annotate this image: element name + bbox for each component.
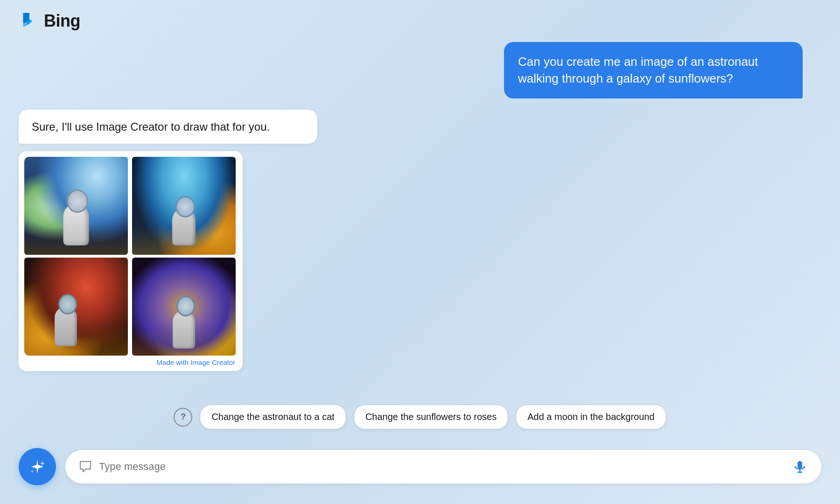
header: Bing <box>0 0 840 42</box>
generated-image-3[interactable] <box>24 258 128 356</box>
bing-logo: Bing <box>19 11 80 31</box>
microphone-icon <box>793 460 806 473</box>
generated-image-2[interactable] <box>132 157 236 255</box>
bing-icon <box>19 11 38 31</box>
generated-image-4[interactable] <box>132 258 236 356</box>
input-bar <box>19 448 821 485</box>
help-icon[interactable]: ? <box>174 408 192 427</box>
bot-message: Sure, I'll use Image Creator to draw tha… <box>19 110 317 144</box>
image-grid-container: Made with Image Creator <box>19 151 243 371</box>
mic-button[interactable] <box>791 458 808 475</box>
suggestions-area: ? Change the astronaut to a cat Change t… <box>0 405 840 429</box>
chat-area: Can you create me an image of an astrona… <box>0 42 840 371</box>
message-input[interactable] <box>99 461 785 473</box>
user-message: Can you create me an image of an astrona… <box>504 42 803 98</box>
sparkle-button[interactable] <box>19 448 56 485</box>
generated-image-1[interactable] <box>24 157 128 255</box>
svg-rect-0 <box>798 461 802 469</box>
image-credit-prefix: Made with <box>157 358 191 366</box>
image-grid <box>24 157 237 356</box>
suggestion-chip-3[interactable]: Add a moon in the background <box>516 405 666 429</box>
bot-response-container: Sure, I'll use Image Creator to draw tha… <box>19 110 317 371</box>
suggestion-chip-2[interactable]: Change the sunflowers to roses <box>354 405 508 429</box>
bing-title: Bing <box>44 11 80 31</box>
sparkle-icon <box>28 458 46 476</box>
image-credit-link[interactable]: Image Creator <box>190 358 235 366</box>
suggestion-chip-1[interactable]: Change the astronaut to a cat <box>200 405 346 429</box>
image-credit: Made with Image Creator <box>24 356 237 367</box>
chat-bubble-icon <box>78 460 92 474</box>
message-input-container <box>65 450 821 483</box>
